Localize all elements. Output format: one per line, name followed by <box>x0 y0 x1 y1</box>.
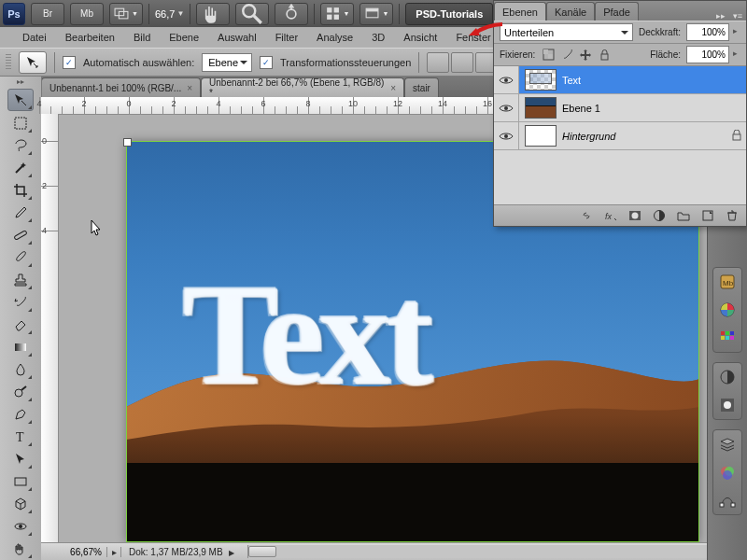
grip[interactable] <box>6 54 11 71</box>
shape-tool[interactable] <box>8 471 33 492</box>
current-tool-indicator[interactable] <box>19 51 47 74</box>
lasso-tool[interactable] <box>8 135 33 156</box>
lock-position-button[interactable] <box>578 48 593 63</box>
close-icon[interactable]: × <box>390 83 396 93</box>
view-extras-button[interactable]: ▼ <box>109 3 143 25</box>
channels-panel-icon[interactable] <box>717 462 738 483</box>
minibridge-button[interactable]: Mb <box>70 3 104 25</box>
tab-kanaele[interactable]: Kanäle <box>546 2 595 21</box>
tab-pfade[interactable]: Pfade <box>595 2 639 21</box>
fill-input[interactable]: 100% <box>686 46 729 63</box>
visibility-toggle[interactable] <box>494 122 519 149</box>
stamp-tool[interactable] <box>8 270 33 290</box>
delete-layer-button[interactable] <box>724 208 740 223</box>
hand-tool-button[interactable] <box>196 3 230 25</box>
document-tab[interactable]: Unbenannt-1 bei 100% (RGB/... × <box>41 77 201 97</box>
crop-tool[interactable] <box>8 180 33 201</box>
lock-all-button[interactable] <box>597 48 612 63</box>
wand-tool[interactable] <box>8 158 33 178</box>
visibility-toggle[interactable] <box>494 94 519 121</box>
layer-thumbnail[interactable] <box>525 97 557 119</box>
transform-handle[interactable] <box>123 138 132 147</box>
rotate-view-button[interactable] <box>275 3 308 25</box>
minibridge-panel-icon[interactable]: Mb <box>717 272 738 292</box>
layers-empty-area[interactable] <box>494 150 746 205</box>
gradient-tool[interactable] <box>8 337 33 357</box>
zoom-tool-button[interactable] <box>235 3 269 25</box>
color-panel-icon[interactable] <box>717 300 738 320</box>
panel-menu-icon[interactable]: ▾≡ <box>729 11 746 21</box>
screen-mode-button[interactable]: ▼ <box>359 3 393 25</box>
layer-thumbnail[interactable] <box>525 69 557 91</box>
status-doc-info[interactable]: Dok: 1,37 MB/23,9 MB ▶ <box>121 547 242 557</box>
layers-panel-icon[interactable] <box>717 434 738 455</box>
align-vcenter-button[interactable] <box>451 52 473 73</box>
scrollbar-thumb[interactable] <box>248 546 276 557</box>
palette-collapse[interactable]: ▸▸ <box>0 77 41 86</box>
panel-collapse-icon[interactable]: ▸▸ <box>712 11 729 21</box>
status-menu-left[interactable]: ▸ <box>107 547 121 557</box>
auto-select-checkbox[interactable]: ✓ <box>63 56 76 69</box>
menu-3d[interactable]: 3D <box>364 30 392 45</box>
layer-row[interactable]: Ebene 1 <box>494 94 746 122</box>
transform-controls-checkbox[interactable]: ✓ <box>260 56 273 69</box>
menu-ansicht[interactable]: Ansicht <box>396 30 444 45</box>
auto-select-target-select[interactable]: Ebene <box>202 53 252 72</box>
layers-panel[interactable]: Ebenen Kanäle Pfade ▸▸ ▾≡ Unterteilen De… <box>493 0 747 227</box>
3d-camera-tool[interactable] <box>8 516 33 537</box>
layer-row[interactable]: Hintergrund <box>494 122 746 150</box>
tab-ebenen[interactable]: Ebenen <box>494 2 546 21</box>
swatches-panel-icon[interactable] <box>717 328 738 348</box>
group-button[interactable] <box>675 208 692 223</box>
move-tool[interactable] <box>7 89 34 111</box>
layer-name[interactable]: Ebene 1 <box>562 103 746 114</box>
marquee-tool[interactable] <box>8 113 33 133</box>
masks-panel-icon[interactable] <box>717 395 738 415</box>
3d-tool[interactable] <box>8 494 33 514</box>
zoom-level[interactable]: 66,7 ▼ <box>155 8 184 20</box>
new-layer-button[interactable] <box>699 208 716 223</box>
menu-filter[interactable]: Filter <box>268 30 305 45</box>
opacity-input[interactable]: 100% <box>686 23 729 41</box>
hand-tool[interactable] <box>8 539 33 559</box>
menu-analyse[interactable]: Analyse <box>309 30 360 45</box>
arrange-documents-button[interactable]: ▼ <box>320 3 354 25</box>
history-brush-tool[interactable] <box>8 292 33 313</box>
workspace-button[interactable]: PSD-Tutorials <box>405 3 493 25</box>
close-icon[interactable]: × <box>187 83 192 93</box>
eyedropper-tool[interactable] <box>8 203 33 223</box>
blend-mode-select[interactable]: Unterteilen <box>500 23 633 41</box>
pen-tool[interactable] <box>8 404 33 425</box>
layer-style-button[interactable]: fx <box>602 208 619 223</box>
menu-fenster[interactable]: Fenster <box>448 30 498 45</box>
document-tab[interactable]: Unbenannt-2 bei 66,7% (Ebene 1, RGB/8) *… <box>201 77 404 97</box>
layer-name[interactable]: Text <box>562 75 746 86</box>
brush-tool[interactable] <box>8 247 33 268</box>
blur-tool[interactable] <box>8 359 33 380</box>
eraser-tool[interactable] <box>8 315 33 335</box>
menu-datei[interactable]: Datei <box>15 30 54 45</box>
vertical-ruler[interactable]: 024 <box>41 114 59 543</box>
menu-bild[interactable]: Bild <box>126 30 158 45</box>
layer-name[interactable]: Hintergrund <box>562 131 727 142</box>
document-tab[interactable]: stair <box>404 77 439 97</box>
layer-row[interactable]: Text <box>494 66 746 94</box>
horizontal-scrollbar[interactable] <box>247 545 708 558</box>
align-top-button[interactable] <box>427 52 449 73</box>
link-layers-button[interactable] <box>578 208 595 223</box>
layer-mask-button[interactable] <box>627 208 643 223</box>
path-select-tool[interactable] <box>8 449 33 469</box>
paths-panel-icon[interactable] <box>717 490 738 511</box>
menu-auswahl[interactable]: Auswahl <box>210 30 264 45</box>
healing-tool[interactable] <box>8 225 33 245</box>
lock-transparency-button[interactable] <box>541 48 556 63</box>
menu-bearbeiten[interactable]: Bearbeiten <box>58 30 122 45</box>
layer-thumbnail[interactable] <box>525 125 557 147</box>
visibility-toggle[interactable] <box>494 66 519 93</box>
adjustment-layer-button[interactable] <box>651 208 668 223</box>
bridge-button[interactable]: Br <box>31 3 64 25</box>
dodge-tool[interactable] <box>8 382 33 402</box>
type-tool[interactable]: T <box>8 427 33 447</box>
status-zoom[interactable]: 66,67% <box>41 547 107 557</box>
lock-pixels-button[interactable] <box>559 48 574 63</box>
